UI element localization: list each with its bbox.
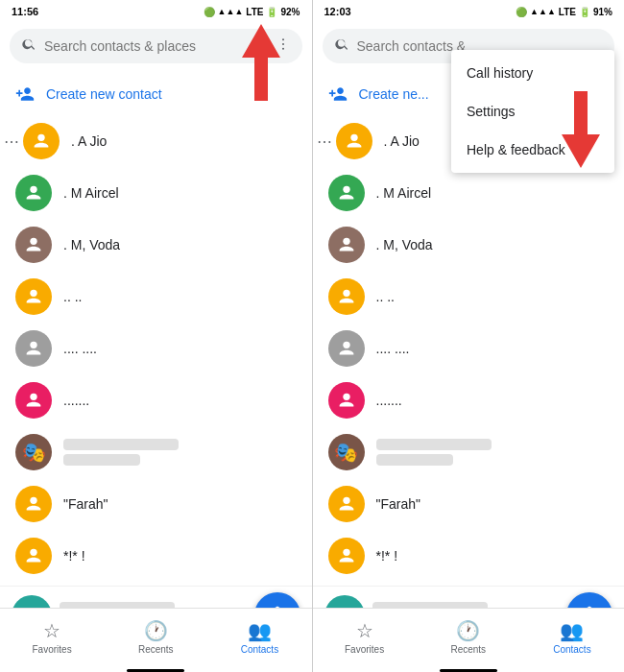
contact-row-1[interactable]: ⋯ . A Jio (0, 115, 312, 167)
right-nav-recents[interactable]: 🕐 Recents (417, 609, 520, 665)
avatar: 🎭 (328, 434, 365, 470)
left-status-bar: 11:56 🟢 ▲▲▲ LTE 🔋 92% (0, 0, 312, 23)
whatsapp-icon-r: 🟢 (516, 7, 527, 17)
contact-name: . A Jio (384, 133, 420, 149)
contact-name: . M Aircel (376, 185, 432, 201)
contact-row-8[interactable]: "Farah" (0, 478, 312, 530)
contacts-icon-r: 👥 (560, 619, 584, 642)
right-contact-row-6[interactable]: ....... (313, 374, 625, 426)
contact-name: *!* ! (376, 548, 398, 564)
svg-point-9 (30, 497, 36, 504)
avatar (328, 382, 365, 419)
left-search-bar[interactable] (10, 29, 302, 63)
svg-point-2 (282, 48, 284, 50)
avatar (328, 278, 365, 315)
battery-icon: 🔋 (266, 7, 277, 17)
mic-icon[interactable] (252, 36, 268, 56)
right-contact-row-4[interactable]: .. .. (313, 271, 625, 323)
right-nav-contacts[interactable]: 👥 Contacts (520, 609, 624, 665)
contact-name-blurred2 (376, 454, 453, 466)
avatar (15, 486, 52, 522)
svg-point-3 (37, 134, 44, 141)
svg-point-19 (343, 497, 349, 504)
favorites-icon: ☆ (43, 619, 60, 642)
nav-favorites[interactable]: ☆ Favorites (0, 609, 104, 665)
favorites-icon-r: ☆ (356, 619, 373, 642)
svg-point-1 (282, 43, 284, 45)
svg-point-8 (30, 394, 36, 400)
svg-point-10 (30, 549, 36, 556)
dropdown-help-feedback[interactable]: Help & feedback (451, 131, 614, 169)
battery-pct: 92% (280, 7, 300, 17)
right-create-contact-label: Create ne... (359, 86, 429, 102)
signal-bars: ▲▲▲ (218, 7, 244, 16)
nav-recents[interactable]: 🕐 Recents (104, 609, 207, 665)
right-phone: 12:03 🟢 ▲▲▲ LTE 🔋 91% Call history Setti… (313, 0, 625, 672)
right-contact-row-2[interactable]: . M Aircel (313, 167, 625, 219)
contact-name: . M Aircel (63, 185, 119, 201)
contact-name: .... .... (376, 341, 410, 356)
lte-label-r: LTE (559, 7, 576, 17)
fab-button[interactable] (254, 592, 300, 608)
ellipsis-icon-r: ⋯ (317, 132, 332, 151)
create-contact-label: Create new contact (46, 86, 162, 102)
right-contact-row-5[interactable]: .... .... (313, 323, 625, 374)
dropdown-settings[interactable]: Settings (451, 92, 614, 131)
left-search-input[interactable] (44, 38, 245, 54)
avatar (336, 123, 372, 159)
right-contact-row-7[interactable]: 🎭 (313, 426, 625, 478)
search-icon-r (334, 36, 349, 56)
right-bottom-avatar (324, 595, 365, 608)
svg-point-7 (30, 342, 36, 348)
right-recents-label: Recents (450, 644, 486, 655)
svg-point-4 (30, 186, 36, 193)
svg-point-20 (343, 549, 349, 556)
avatar (15, 278, 52, 315)
right-bottom-nav: ☆ Favorites 🕐 Recents 👥 Contacts (313, 608, 625, 665)
svg-point-5 (30, 238, 36, 245)
nav-contacts[interactable]: 👥 Contacts (207, 609, 311, 665)
contact-row-2[interactable]: . M Aircel (0, 167, 312, 219)
contact-name: ....... (376, 393, 402, 408)
avatar (15, 227, 52, 263)
svg-point-16 (343, 290, 349, 297)
contact-row-7[interactable]: 🎭 (0, 426, 312, 478)
right-fab-button[interactable] (566, 592, 612, 608)
create-contact-button[interactable]: Create new contact (0, 73, 312, 115)
contact-row-6[interactable]: ....... (0, 374, 312, 426)
contact-row-5[interactable]: .... .... (0, 323, 312, 374)
contact-name: "Farah" (376, 496, 421, 512)
right-status-icons: 🟢 ▲▲▲ LTE 🔋 91% (516, 7, 612, 17)
contact-name: . A Jio (71, 133, 107, 149)
left-time: 11:56 (12, 6, 38, 17)
svg-point-14 (343, 186, 349, 193)
avatar (15, 538, 52, 574)
contact-name: *!* ! (63, 548, 85, 564)
contact-name: .. .. (376, 289, 395, 304)
left-bottom-nav: ☆ Favorites 🕐 Recents 👥 Contacts (0, 608, 312, 665)
avatar (328, 175, 365, 211)
right-contact-row-9[interactable]: *!* ! (313, 530, 625, 582)
svg-point-13 (350, 134, 357, 141)
contact-name: "Farah" (63, 496, 108, 512)
avatar (15, 330, 52, 367)
avatar (328, 227, 365, 263)
dropdown-menu: Call history Settings Help & feedback (451, 50, 614, 173)
avatar (23, 123, 60, 159)
right-nav-favorites[interactable]: ☆ Favorites (313, 609, 417, 665)
avatar (15, 382, 52, 419)
recents-icon: 🕐 (144, 619, 168, 642)
svg-point-17 (343, 342, 349, 348)
right-contact-row-3[interactable]: . M, Voda (313, 219, 625, 271)
avatar (328, 486, 365, 522)
dropdown-call-history[interactable]: Call history (451, 54, 614, 92)
contact-row-9[interactable]: *!* ! (0, 530, 312, 582)
contact-row-3[interactable]: . M, Voda (0, 219, 312, 271)
right-favorites-label: Favorites (345, 644, 384, 655)
contact-name: .... .... (63, 341, 97, 356)
contact-row-4[interactable]: .. .. (0, 271, 312, 323)
avatar: 🎭 (15, 434, 52, 470)
svg-point-0 (282, 38, 284, 40)
more-options-icon[interactable] (276, 36, 291, 56)
right-contact-row-8[interactable]: "Farah" (313, 478, 625, 530)
